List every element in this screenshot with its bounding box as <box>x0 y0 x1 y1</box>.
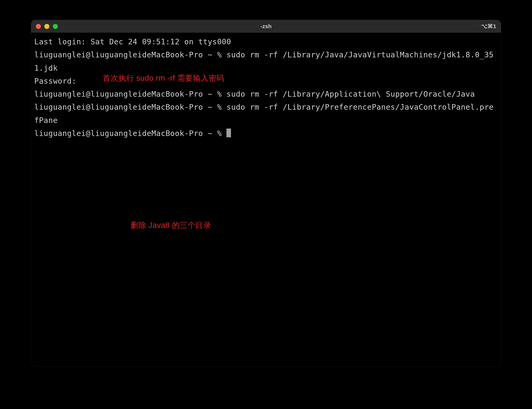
cursor <box>226 129 231 137</box>
window-title: -zsh <box>260 23 272 29</box>
command-text: sudo rm -rf /Library/Application\ Suppor… <box>226 90 475 99</box>
prompt: liuguanglei@liuguangleideMacBook-Pro ~ % <box>34 90 226 99</box>
command-line-2: liuguanglei@liuguangleideMacBook-Pro ~ %… <box>34 88 498 101</box>
command-line-4: liuguanglei@liuguangleideMacBook-Pro ~ % <box>34 127 498 140</box>
terminal-window: -zsh ⌥⌘1 Last login: Sat Dec 24 09:51:12… <box>31 20 501 367</box>
terminal-body[interactable]: Last login: Sat Dec 24 09:51:12 on ttys0… <box>31 33 501 367</box>
annotation-delete: 删除 Java8 的三个目录 <box>131 219 211 232</box>
close-button[interactable] <box>36 24 41 29</box>
annotation-password: 首次执行 sudo rm -rf 需要输入密码 <box>103 71 224 85</box>
prompt: liuguanglei@liuguangleideMacBook-Pro ~ % <box>34 129 226 138</box>
title-bar: -zsh ⌥⌘1 <box>31 20 501 33</box>
shortcut-hint: ⌥⌘1 <box>481 23 496 29</box>
password-prompt: Password: <box>34 77 76 86</box>
command-line-1: liuguanglei@liuguangleideMacBook-Pro ~ %… <box>34 48 498 75</box>
minimize-button[interactable] <box>44 24 49 29</box>
last-login-line: Last login: Sat Dec 24 09:51:12 on ttys0… <box>34 35 498 48</box>
maximize-button[interactable] <box>53 24 58 29</box>
command-line-3: liuguanglei@liuguangleideMacBook-Pro ~ %… <box>34 101 498 127</box>
prompt: liuguanglei@liuguangleideMacBook-Pro ~ % <box>34 50 226 59</box>
traffic-lights <box>36 24 58 29</box>
prompt: liuguanglei@liuguangleideMacBook-Pro ~ % <box>34 103 226 112</box>
